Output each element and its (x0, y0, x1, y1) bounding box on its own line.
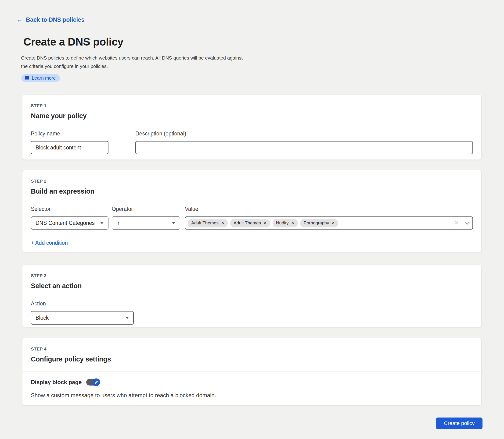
value-tag: Pornography ✕ (300, 219, 338, 227)
action-label: Action (31, 301, 134, 307)
display-block-page-toggle[interactable] (86, 379, 99, 386)
remove-tag-icon[interactable]: ✕ (291, 221, 294, 225)
description-label: Description (optional) (135, 131, 473, 137)
step3-label: STEP 3 (31, 273, 473, 278)
remove-tag-icon[interactable]: ✕ (221, 221, 224, 225)
tag-label: Pornography (304, 220, 329, 226)
value-tags: Adult Themes ✕ Adult Themes ✕ Nudity ✕ (188, 219, 454, 227)
selector-dropdown[interactable]: DNS Content Categories (31, 217, 108, 230)
step2-title: Build an expression (31, 187, 473, 195)
policy-name-input[interactable] (31, 141, 108, 154)
chevron-down-icon (172, 222, 176, 224)
learn-more-label: Learn more (32, 75, 56, 81)
learn-more-button[interactable]: Learn more (21, 74, 60, 82)
description-input[interactable] (135, 141, 473, 154)
create-policy-button[interactable]: Create policy (436, 417, 482, 429)
step1-title: Name your policy (31, 112, 473, 120)
tag-label: Nudity (276, 220, 289, 226)
policy-name-label: Policy name (31, 131, 108, 137)
value-tag: Adult Themes ✕ (188, 219, 228, 227)
back-link-label: Back to DNS policies (26, 16, 84, 23)
value-multiselect[interactable]: Adult Themes ✕ Adult Themes ✕ Nudity ✕ (185, 217, 473, 230)
book-icon (25, 76, 29, 80)
back-arrow-icon: ← (16, 17, 23, 23)
tag-label: Adult Themes (191, 220, 219, 226)
step4-title: Configure policy settings (31, 355, 473, 363)
toggle-description: Show a custom message to users who attem… (31, 392, 473, 399)
selector-value: DNS Content Categories (36, 220, 95, 226)
toggle-state-icon (94, 380, 98, 384)
chevron-down-icon (100, 222, 104, 224)
step2-card: STEP 2 Build an expression Selector DNS … (22, 170, 481, 252)
step3-card: STEP 3 Select an action Action Block (22, 265, 481, 327)
page-intro: Create DNS policies to define which webs… (21, 54, 246, 71)
remove-tag-icon[interactable]: ✕ (332, 221, 335, 225)
operator-dropdown[interactable]: in (112, 217, 180, 230)
value-label: Value (185, 206, 473, 212)
value-tag: Nudity ✕ (272, 219, 298, 227)
value-tag: Adult Themes ✕ (230, 219, 270, 227)
step4-label: STEP 4 (31, 347, 473, 352)
operator-label: Operator (112, 206, 180, 212)
page-title: Create a DNS policy (23, 36, 123, 48)
action-value: Block (36, 315, 49, 321)
operator-value: in (116, 220, 121, 226)
step4-card: STEP 4 Configure policy settings Display… (22, 338, 481, 406)
chevron-down-icon (125, 317, 129, 319)
selector-label: Selector (31, 206, 108, 212)
toggle-knob (92, 378, 100, 386)
add-condition-link[interactable]: + Add condition (31, 240, 68, 246)
action-dropdown[interactable]: Block (31, 311, 134, 325)
display-block-page-label: Display block page (31, 379, 82, 386)
step1-label: STEP 1 (31, 103, 473, 108)
remove-tag-icon[interactable]: ✕ (263, 221, 267, 225)
back-to-dns-policies-link[interactable]: ← Back to DNS policies (16, 16, 84, 23)
tag-label: Adult Themes (233, 220, 261, 226)
clear-all-icon[interactable]: ✕ (454, 220, 459, 226)
step2-label: STEP 2 (31, 179, 473, 184)
step1-card: STEP 1 Name your policy Policy name Desc… (22, 95, 481, 160)
chevron-down-icon[interactable] (465, 220, 470, 225)
create-dns-policy-page: ← Back to DNS policies Create a DNS poli… (0, 0, 504, 439)
step3-title: Select an action (31, 282, 473, 290)
